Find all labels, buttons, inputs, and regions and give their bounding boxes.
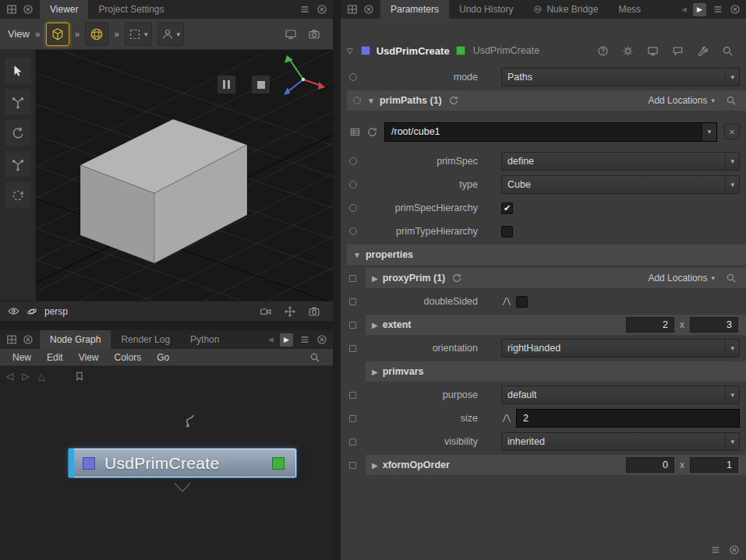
node-usdprimcreate[interactable]: UsdPrimCreate [69,449,296,477]
pane-grid-icon[interactable] [347,4,358,15]
param-state-icon[interactable] [347,73,366,81]
update-icon[interactable] [366,126,378,138]
bookmark-icon[interactable] [74,371,85,382]
xformoporder-cols-field[interactable]: 0 [626,457,674,473]
pane-menu-icon[interactable] [710,544,721,555]
curve-expression-icon[interactable] [501,413,512,424]
tab-messages[interactable]: Mess [608,0,651,19]
param-state-icon[interactable] [347,415,366,422]
pane-close-icon[interactable] [363,4,374,15]
tab-render-log[interactable]: Render Log [111,330,180,349]
nav-forward-icon[interactable]: ▷ [22,371,29,382]
update-icon[interactable] [448,95,459,106]
orientation-dropdown[interactable]: rightHanded ▾ [501,339,740,357]
add-locations-button[interactable]: Add Locations [648,273,707,284]
collapsed-icon[interactable]: ▶ [372,461,378,470]
monitor-icon[interactable] [647,45,659,57]
add-locations-button[interactable]: Add Locations [648,95,707,106]
primspec-dropdown[interactable]: define ▾ [501,152,740,171]
pane-close-icon[interactable] [23,334,34,345]
selection-mode-button[interactable]: ▾ [125,23,152,46]
tab-viewer[interactable]: Viewer [40,0,88,19]
param-state-icon[interactable] [347,298,366,305]
scroll-tabs-left-icon[interactable]: ◀ [268,336,274,343]
search-icon[interactable] [726,273,737,284]
snapshot-camera-icon[interactable] [308,28,320,41]
tab-nuke-bridge[interactable]: Nuke Bridge [523,0,608,19]
pane-grid-icon[interactable] [6,334,17,345]
pause-button[interactable] [217,75,236,94]
film-camera-icon[interactable] [260,305,272,318]
param-state-icon[interactable] [347,275,366,282]
chevron-down-icon[interactable]: ▾ [702,123,716,141]
scale-tool-button[interactable] [5,151,31,177]
doublesided-checkbox[interactable] [516,296,528,308]
scroll-tabs-left-icon[interactable]: ◀ [681,5,687,13]
update-icon[interactable] [451,273,462,284]
search-icon[interactable] [726,95,737,106]
comment-icon[interactable] [672,45,684,57]
nav-back-icon[interactable]: ◁ [6,371,13,382]
expanded-icon[interactable]: ▼ [353,251,361,259]
pane-close-icon[interactable] [23,4,34,15]
pan-move-icon[interactable] [284,305,296,318]
transform-tool-button[interactable] [5,182,31,208]
param-state-icon[interactable] [347,157,366,165]
camera-icon[interactable] [308,305,320,318]
primtypehierarchy-checkbox[interactable] [501,226,513,238]
curve-expression-icon[interactable] [501,296,512,307]
menu-go[interactable]: Go [149,350,177,365]
globe-mode-button[interactable] [85,23,108,46]
node-view-swatch[interactable] [83,457,95,470]
param-state-icon[interactable] [353,97,361,104]
collapsed-icon[interactable]: ▶ [372,368,378,376]
stop-button[interactable] [251,75,270,94]
prim-path-input[interactable]: /root/cube1 ▾ [384,122,717,142]
shading-mode-button[interactable] [46,23,69,46]
scroll-tabs-right-icon[interactable]: ▶ [693,3,706,16]
node-output-port[interactable] [173,481,192,494]
param-state-icon[interactable] [347,438,366,446]
viewport[interactable]: persp [0,50,333,321]
menu-view[interactable]: View [71,350,107,365]
param-state-icon[interactable] [347,392,366,399]
param-state-icon[interactable] [347,204,366,212]
purpose-dropdown[interactable]: default ▾ [501,386,740,404]
chevrons-icon[interactable]: » [75,29,80,40]
rotate-tool-button[interactable] [5,120,31,146]
node-render-swatch[interactable] [272,457,285,470]
pane-grid-icon[interactable] [6,4,17,15]
close-icon[interactable] [730,4,741,15]
section-primpaths[interactable]: ▼ primPaths (1) Add Locations ▾ [347,90,746,111]
node-edit-bar[interactable] [69,449,74,477]
select-tool-button[interactable] [5,58,31,83]
close-icon[interactable] [316,334,327,345]
pane-menu-icon[interactable] [712,4,723,15]
param-state-icon[interactable] [347,181,366,188]
expanded-icon[interactable]: ▼ [367,97,375,105]
tab-python[interactable]: Python [180,330,229,349]
gear-icon[interactable] [622,45,634,57]
search-icon[interactable] [722,45,734,57]
node-graph-canvas[interactable]: ◁ ▷ △ UsdPrimCreate [0,366,333,560]
close-icon[interactable] [729,544,740,555]
viewport-canvas[interactable] [37,50,333,301]
help-icon[interactable] [597,45,609,57]
remove-path-button[interactable]: × [724,124,740,139]
param-state-icon[interactable] [347,345,366,352]
node-name[interactable]: UsdPrimCreate [377,45,450,57]
monitor-icon[interactable] [285,28,297,41]
param-state-icon[interactable] [347,322,366,329]
xformoporder-rows-field[interactable]: 1 [690,457,738,473]
axis-gizmo[interactable] [278,53,327,101]
section-proxyprim[interactable]: ▶ proxyPrim (1) Add Locations ▾ [366,268,746,288]
tab-undo-history[interactable]: Undo History [449,0,523,19]
orbit-icon[interactable] [27,306,37,317]
type-dropdown[interactable]: Cube ▾ [501,175,740,194]
node-view-swatch[interactable] [361,46,370,55]
menu-new[interactable]: New [5,350,39,365]
pane-menu-icon[interactable] [299,4,310,15]
chevrons-icon[interactable]: » [35,29,41,40]
eye-icon[interactable] [8,305,19,317]
tab-parameters[interactable]: Parameters [380,0,449,19]
